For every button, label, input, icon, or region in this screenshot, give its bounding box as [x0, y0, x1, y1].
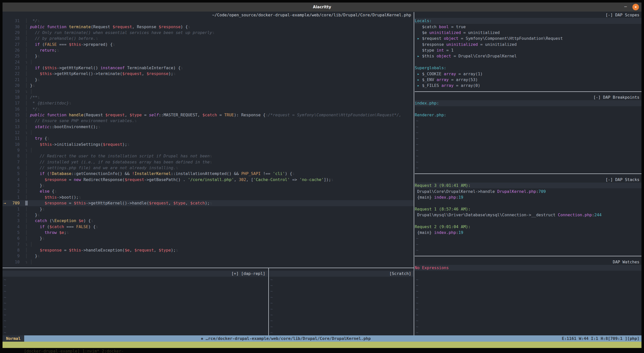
stack-request-1[interactable]: Request 1 (8:57:46 AM): [415, 206, 641, 212]
code-line[interactable]: 9↴ │ [3, 147, 414, 153]
scope-var-request[interactable]: ▸ $request object = Symfony\Component\Ht… [415, 36, 641, 41]
dap-stacks-header[interactable]: [-] DAP Stacks [415, 177, 641, 183]
window-separator-horizontal[interactable] [3, 268, 414, 268]
scratch-winbar[interactable]: [Scratch] [269, 271, 414, 276]
code-line[interactable]: 5│ if (!Database::getConnectionInfo() &&… [3, 171, 414, 176]
line-number[interactable]: 2 [3, 212, 20, 218]
code-line[interactable]: 31│ */↴ [3, 18, 414, 24]
code-line[interactable]: 14│ // Ensure sane PHP environment varia… [3, 118, 414, 124]
line-number[interactable]: 14 [3, 118, 20, 124]
code-line[interactable]: 9│ }↴ [3, 253, 414, 259]
line-number[interactable]: 7 [3, 159, 20, 165]
line-number[interactable]: 7 [3, 241, 20, 247]
code-line[interactable]: 3│ catch (\Exception $e) {↴ [3, 218, 414, 224]
breakpoint-file-renderer[interactable]: Renderer.php: [415, 112, 641, 118]
line-number[interactable]: 13 [3, 124, 20, 130]
tmux-window-2[interactable]: 2:docker- [102, 349, 124, 353]
code-line[interactable]: 28│ // by preHandle() before.↴ [3, 36, 414, 41]
line-number[interactable]: 23 [3, 65, 20, 71]
line-number[interactable]: 10 [3, 259, 20, 265]
dap-breakpoints-header[interactable]: [-] DAP Breakpoints [415, 94, 641, 100]
code-line[interactable]: 7│ // installed yet (i.e., if no $databa… [3, 159, 414, 165]
code-line[interactable]: 4│ if ($catch === FALSE) {↴ [3, 224, 414, 230]
stack-frame[interactable]: Drupal\mysql\Driver\Database\mysql\Conne… [415, 212, 641, 218]
code-line[interactable]: 30│ public function terminate(Request $r… [3, 24, 414, 30]
code-line[interactable]: 26│ return;↴ [3, 47, 414, 53]
code-line[interactable]: 24↴ │ [3, 59, 414, 65]
dap-watches-header[interactable]: DAP Watches [415, 259, 641, 265]
code-line[interactable]: 11│ try {↴ [3, 135, 414, 141]
line-number[interactable]: 29 [3, 30, 20, 36]
line-number[interactable]: 22 [3, 71, 20, 77]
code-line[interactable]: 7↴ │ [3, 241, 414, 247]
code-line[interactable]: 10↴ │ [3, 259, 414, 265]
watches-empty-message[interactable]: No Expressions [415, 265, 641, 271]
line-number[interactable]: 26 [3, 47, 20, 53]
code-line[interactable]: 6│ }↴ [3, 235, 414, 241]
line-number[interactable]: 20 [3, 83, 20, 88]
line-number[interactable]: 12 [3, 130, 20, 135]
line-number[interactable]: 17 [3, 100, 20, 106]
line-number[interactable]: 1 [3, 206, 20, 212]
code-line[interactable]: 23│ if ($this->getHttpKernel() instanceo… [3, 65, 414, 71]
line-number[interactable]: 2 [3, 188, 20, 194]
code-line[interactable]: 2│ }↴ [3, 212, 414, 218]
line-number[interactable]: 8 [3, 247, 20, 253]
line-number[interactable]: 16 [3, 106, 20, 112]
line-number[interactable]: 15 [3, 112, 20, 118]
line-number[interactable]: 5 [3, 171, 20, 176]
line-number[interactable]: 1 [3, 194, 20, 200]
code-line[interactable]: 1│ $this->boot();↴ [3, 194, 414, 200]
line-number[interactable]: 10 [3, 142, 20, 147]
line-number[interactable]: 24 [3, 59, 20, 65]
line-number[interactable]: 3 [3, 218, 20, 224]
line-number[interactable]: 30 [3, 24, 20, 30]
line-number[interactable]: 28 [3, 36, 20, 41]
code-line[interactable]: 18│ /**↴ [3, 94, 414, 100]
line-number[interactable]: 31 [3, 18, 20, 24]
scope-var-response[interactable]: $response uninitialized = uninitialized [415, 42, 641, 47]
line-number[interactable]: 27 [3, 42, 20, 47]
window-separator-vertical[interactable] [414, 12, 414, 335]
scope-var-env[interactable]: ▸ $_ENV array = array(53) [415, 77, 641, 83]
code-line[interactable]: 13│ static::bootEnvironment();↴ [3, 124, 414, 130]
scopes-locals-header[interactable]: Locals: [415, 18, 641, 24]
code-line[interactable]: 27│ if (FALSE === $this->prepared) {↴ [3, 42, 414, 47]
code-line[interactable]: 22│ $this->getHttpKernel()->terminate($r… [3, 71, 414, 77]
code-line[interactable]: 10│ $this->initializeSettings($request);… [3, 142, 414, 147]
code-line[interactable]: 21│ }↴ [3, 77, 414, 83]
code-line[interactable]: 29│ // Only run terminate() when essenti… [3, 30, 414, 36]
code-editor[interactable]: 31│ */↴30│ public function terminate(Req… [3, 18, 414, 265]
line-number[interactable]: 4 [3, 224, 20, 230]
stack-request-2[interactable]: Request 2 (9:01:04 AM): [415, 224, 641, 230]
code-line[interactable]: 16│ */↴ [3, 106, 414, 112]
code-line[interactable]: 8│ // Redirect the user to the installat… [3, 153, 414, 159]
scope-var-type[interactable]: $type int = 1 [415, 47, 641, 53]
code-line[interactable]: 2│ else {↴ [3, 188, 414, 194]
stack-frame[interactable]: Drupal\Core\DrupalKernel->handle DrupalK… [415, 189, 641, 194]
code-line[interactable]: 8│ $response = $this->handleException($e… [3, 247, 414, 253]
line-number[interactable]: 4 [3, 177, 20, 183]
line-number[interactable]: 21 [3, 77, 20, 83]
dap-repl-winbar[interactable]: [+] [dap-repl] [3, 271, 268, 276]
line-number[interactable]: 25 [3, 53, 20, 59]
close-button[interactable]: × [632, 4, 639, 10]
line-number[interactable]: 9 [3, 147, 20, 153]
stack-frame[interactable]: {main} index.php:19 [415, 194, 641, 200]
scope-var-e[interactable]: $e uninitialized = uninitialized [415, 30, 641, 36]
code-line[interactable]: 20│ }↴ [3, 83, 414, 88]
line-number[interactable]: 6 [3, 165, 20, 171]
scope-var-cookie[interactable]: ▸ $_COOKIE array = array(1) [415, 71, 641, 77]
line-number[interactable]: 5 [3, 230, 20, 235]
stack-request-3[interactable]: Request 3 (9:01:41 AM): [415, 183, 641, 188]
scope-var-catch[interactable]: $catch bool = true [415, 24, 641, 30]
code-line[interactable]: 6│ // settings.php file) and we are not … [3, 165, 414, 171]
code-line[interactable]: 3│ }↴ [3, 183, 414, 188]
scope-var-files[interactable]: ▸ $_FILES array = array(0) [415, 83, 641, 88]
line-number[interactable]: 6 [3, 235, 20, 241]
current-code-line[interactable]: 709→ $response = $this->getHttpKernel()-… [3, 200, 414, 206]
scopes-superglobals-header[interactable]: Superglobals: [415, 65, 641, 71]
breakpoint-file-index[interactable]: index.php: [415, 100, 641, 106]
stack-frame[interactable]: {main} index.php:19 [415, 230, 641, 235]
dap-scopes-header[interactable]: [-] DAP Scopes [415, 12, 641, 18]
